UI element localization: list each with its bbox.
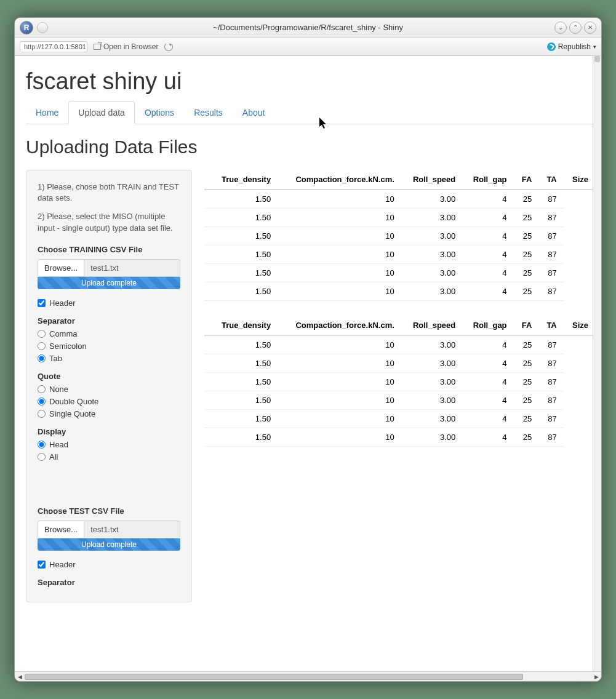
- table-row: 1.50103.0042587: [204, 227, 594, 246]
- reload-icon: [164, 42, 173, 51]
- separator-title: Separator: [38, 316, 180, 326]
- table-row: 1.50103.0042587: [204, 282, 594, 301]
- col-true_density: True_density: [204, 170, 277, 190]
- test-table: True_densityCompaction_force.kN.cm.Roll_…: [204, 316, 594, 447]
- browse-train-button[interactable]: Browse...: [38, 259, 84, 277]
- separator-comma[interactable]: [38, 330, 46, 338]
- tab-options[interactable]: Options: [135, 101, 184, 124]
- maximize-button[interactable]: ⌃: [569, 22, 582, 34]
- col-roll_speed: Roll_speed: [401, 316, 462, 335]
- app-window: R ~/Documents/Programowanie/R/fscaret_sh…: [14, 17, 602, 682]
- train-file-label: Choose TRAINING CSV File: [38, 245, 180, 254]
- rstudio-icon: R: [20, 21, 33, 34]
- separator-label-semicolon: Semicolon: [49, 342, 87, 351]
- chevron-down-icon: ▾: [593, 44, 596, 50]
- train-filename: test1.txt: [84, 259, 180, 277]
- separator-label-tab: Tab: [49, 354, 62, 363]
- col-size: Size: [563, 170, 594, 190]
- titlebar: R ~/Documents/Programowanie/R/fscaret_sh…: [15, 18, 601, 38]
- nav-tabs: HomeUpload dataOptionsResultsAbout: [26, 101, 594, 124]
- window-title: ~/Documents/Programowanie/R/fscaret_shin…: [213, 23, 403, 32]
- table-row: 1.50103.0042587: [204, 264, 594, 282]
- test-upload-progress: Upload complete: [38, 538, 180, 551]
- tab-results[interactable]: Results: [184, 101, 233, 124]
- tab-about[interactable]: About: [233, 101, 275, 124]
- separator-tab[interactable]: [38, 354, 46, 362]
- col-roll_gap: Roll_gap: [462, 316, 513, 335]
- display-label-all: All: [49, 452, 58, 461]
- test-filename: test1.txt: [84, 521, 180, 538]
- train-table: True_densityCompaction_force.kN.cm.Roll_…: [204, 170, 594, 301]
- separator-semicolon[interactable]: [38, 342, 46, 350]
- col-ta: TA: [538, 316, 562, 335]
- table-row: 1.50103.0042587: [204, 246, 594, 264]
- section-heading: Uploading Data Files: [26, 137, 594, 158]
- tab-home[interactable]: Home: [26, 101, 68, 124]
- intro-text-1: 1) Please, chose both TRAIN and TEST dat…: [38, 182, 180, 204]
- sidebar-panel: 1) Please, chose both TRAIN and TEST dat…: [26, 170, 192, 602]
- url-field[interactable]: http://127.0.0.1:5801: [20, 41, 87, 52]
- col-true_density: True_density: [204, 316, 277, 335]
- train-upload-progress: Upload complete: [38, 277, 180, 289]
- col-roll_gap: Roll_gap: [462, 170, 513, 190]
- quote-title: Quote: [38, 372, 180, 381]
- table-row: 1.50103.0042587: [204, 354, 594, 373]
- separator-label-comma: Comma: [49, 329, 78, 338]
- open-in-browser-label: Open in Browser: [103, 42, 158, 51]
- quote-label-none: None: [49, 385, 68, 394]
- intro-text-2: 2) Please, select the MISO (multiple inp…: [38, 211, 180, 233]
- col-fa: FA: [513, 170, 538, 190]
- data-preview: True_densityCompaction_force.kN.cm.Roll_…: [204, 170, 594, 461]
- popout-icon: [94, 44, 101, 50]
- header-label-test: Header: [49, 560, 76, 569]
- table-row: 1.50103.0042587: [204, 209, 594, 227]
- col-size: Size: [563, 316, 594, 335]
- horizontal-scrollbar[interactable]: ◀ ▶: [15, 671, 601, 681]
- tab-upload-data[interactable]: Upload data: [68, 101, 135, 124]
- quote-single-quote[interactable]: [38, 410, 46, 418]
- scroll-left-icon[interactable]: ◀: [15, 672, 25, 682]
- app-title: fscaret shiny ui: [26, 68, 594, 95]
- open-in-browser-button[interactable]: Open in Browser: [94, 42, 158, 51]
- quote-double-quote[interactable]: [38, 397, 46, 405]
- quote-none[interactable]: [38, 385, 46, 393]
- table-row: 1.50103.0042587: [204, 410, 594, 428]
- header-checkbox-test[interactable]: [38, 561, 46, 569]
- separator2-title: Separator: [38, 578, 180, 587]
- republish-button[interactable]: Republish ▾: [547, 42, 596, 51]
- display-head[interactable]: [38, 441, 46, 449]
- close-button[interactable]: ✕: [584, 22, 596, 34]
- browse-test-button[interactable]: Browse...: [38, 521, 84, 538]
- display-all[interactable]: [38, 453, 46, 461]
- table-row: 1.50103.0042587: [204, 190, 594, 209]
- vertical-scrollbar[interactable]: [593, 56, 601, 671]
- test-file-label: Choose TEST CSV File: [38, 506, 180, 516]
- header-label-train: Header: [49, 298, 76, 308]
- toolbar: http://127.0.0.1:5801 Open in Browser Re…: [15, 38, 601, 56]
- display-label-head: Head: [49, 440, 68, 449]
- republish-label: Republish: [558, 42, 591, 51]
- quote-label-double-quote: Double Quote: [49, 397, 98, 406]
- table-row: 1.50103.0042587: [204, 428, 594, 447]
- col-compaction_force.kn.cm.: Compaction_force.kN.cm.: [277, 170, 401, 190]
- table-row: 1.50103.0042587: [204, 335, 594, 354]
- titlebar-secondary-icon: [37, 22, 48, 33]
- col-ta: TA: [538, 170, 562, 190]
- content-area: fscaret shiny ui HomeUpload dataOptionsR…: [15, 56, 601, 681]
- col-roll_speed: Roll_speed: [401, 170, 462, 190]
- display-title: Display: [38, 427, 180, 436]
- col-compaction_force.kn.cm.: Compaction_force.kN.cm.: [277, 316, 401, 335]
- scroll-right-icon[interactable]: ▶: [591, 672, 601, 682]
- table-row: 1.50103.0042587: [204, 391, 594, 410]
- col-fa: FA: [513, 316, 538, 335]
- table-row: 1.50103.0042587: [204, 373, 594, 391]
- minimize-button[interactable]: ⌄: [554, 22, 567, 34]
- quote-label-single-quote: Single Quote: [49, 409, 95, 418]
- reload-button[interactable]: [164, 42, 173, 51]
- republish-icon: [547, 42, 556, 51]
- header-checkbox-train[interactable]: [38, 299, 46, 307]
